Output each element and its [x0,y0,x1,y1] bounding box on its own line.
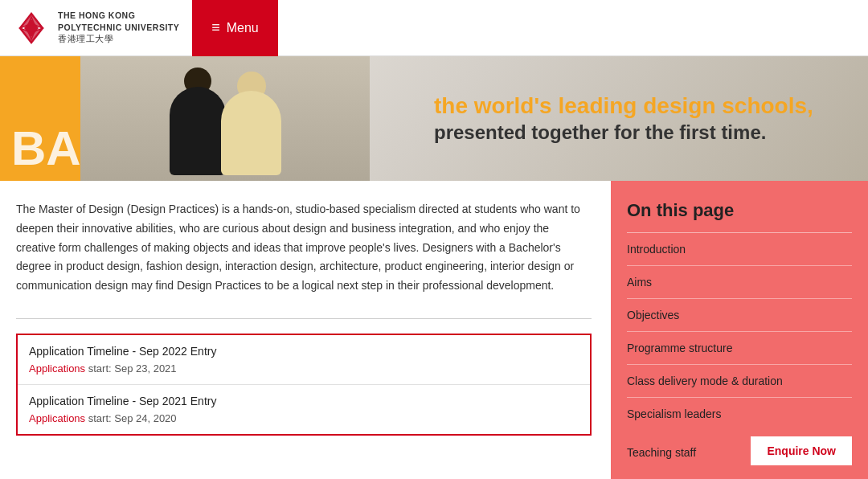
timeline-box: Application Timeline - Sep 2022 Entry Ap… [16,334,592,436]
timeline-date-2: Applications start: Sep 24, 2020 [29,412,579,424]
enquire-now-button[interactable]: Enquire Now [751,436,852,465]
hero-text-line2: presented together for the first time. [434,120,852,145]
main-content: The Master of Design (Design Practices) … [0,181,868,479]
left-panel: The Master of Design (Design Practices) … [0,181,611,479]
sidebar-item-introduction[interactable]: Introduction [627,233,852,266]
timeline-row-2: Application Timeline - Sep 2021 Entry Ap… [18,385,590,434]
hero-people-image [80,56,370,181]
sidebar-item-teaching-staff[interactable]: Teaching staff [627,446,696,459]
sidebar-item-class-delivery[interactable]: Class delivery mode & duration [627,365,852,398]
timeline-row-1: Application Timeline - Sep 2022 Entry Ap… [18,335,590,385]
header: The Hong Kong Polytechnic University 香港理… [0,0,868,56]
sidebar-title: On this page [627,200,852,221]
timeline-title-1: Application Timeline - Sep 2022 Entry [29,345,579,358]
university-logo-icon [13,10,50,47]
menu-label: Menu [227,21,259,35]
timeline-title-2: Application Timeline - Sep 2021 Entry [29,395,579,407]
hero-banner: BAI the world's leading design schools, … [0,56,868,181]
timeline-date-rest-2: start: Sep 24, 2020 [85,412,176,424]
sidebar-item-aims[interactable]: Aims [627,266,852,299]
timeline-date-rest-1: start: Sep 23, 2021 [85,362,176,375]
logo-area: The Hong Kong Polytechnic University 香港理… [0,10,192,47]
teaching-staff-row: Teaching staff Enquire Now [627,430,852,475]
hamburger-icon: ≡ [211,19,220,36]
intro-paragraph: The Master of Design (Design Practices) … [16,200,592,296]
menu-button[interactable]: ≡ Menu [192,0,278,56]
sidebar: On this page Introduction Aims Objective… [611,181,868,479]
timeline-date-1: Applications start: Sep 23, 2021 [29,362,579,375]
logo-text: The Hong Kong Polytechnic University 香港理… [58,10,179,46]
sidebar-item-programme-structure[interactable]: Programme structure [627,332,852,365]
timeline-highlight-2: Applications [29,412,85,424]
sidebar-item-objectives[interactable]: Objectives [627,299,852,332]
hero-text-line1: the world's leading design schools, [434,92,852,120]
sidebar-item-specialism-leaders[interactable]: Specialism leaders [627,398,852,430]
section-divider [16,318,592,319]
hero-text-area: the world's leading design schools, pres… [418,56,868,181]
timeline-highlight-1: Applications [29,362,85,375]
